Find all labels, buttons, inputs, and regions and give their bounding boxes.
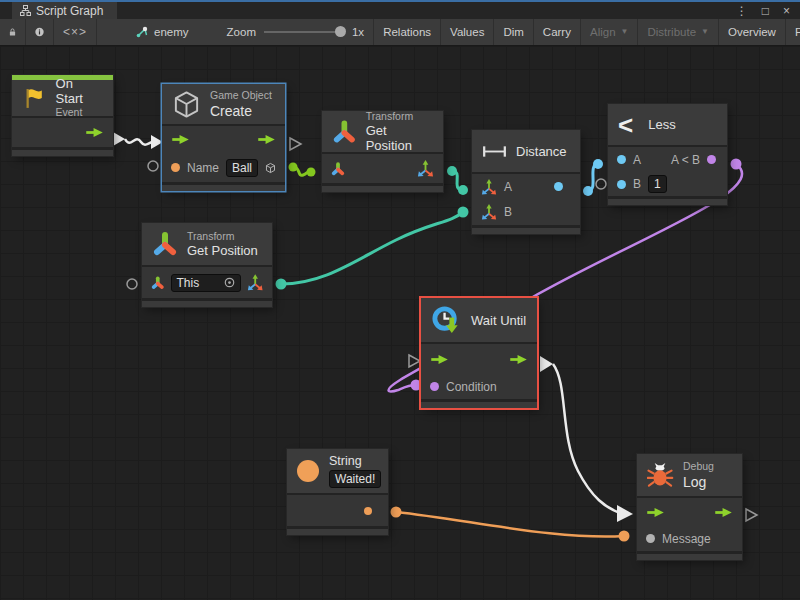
node-title: Get Position [187,243,258,258]
lock-icon [9,25,16,39]
node-less[interactable]: < Less A A < B B 1 [608,104,727,205]
flag-icon [22,86,47,110]
node-footer [637,551,742,560]
zoom-slider[interactable] [264,31,342,33]
string-input-port[interactable] [171,163,180,172]
wire-vector-getposition-distance-b[interactable] [276,207,469,290]
number-output-port[interactable] [554,182,563,191]
number-input-port[interactable] [617,155,626,164]
vector3-output-port[interactable] [417,160,434,177]
distance-icon [482,144,507,159]
full-screen-button[interactable]: Full Screen [786,19,800,45]
transform-icon [332,119,357,145]
exec-output-port[interactable] [714,507,733,518]
empty-port-circle[interactable] [596,179,606,189]
target-value: This [177,276,200,290]
node-footer [608,196,727,205]
empty-port-circle[interactable] [127,279,137,289]
exec-output-port[interactable] [509,354,528,365]
window-controls: ⋮ □ × [736,2,800,19]
string-value-field[interactable]: Waited! [329,470,381,488]
string-output-port[interactable] [364,507,372,515]
node-footer [142,298,272,307]
b-value-field[interactable]: 1 [648,175,667,193]
zoom-label: Zoom [227,26,256,38]
port-label: Name [187,161,219,175]
wire-flow-onstart-create[interactable] [113,132,163,149]
graph-icon [134,26,148,39]
exec-input-port[interactable] [646,507,665,518]
chevron-down-icon: ▼ [701,27,709,36]
code-view-button[interactable]: <×> [54,19,97,45]
node-on-start[interactable]: On Start Event [12,75,113,156]
empty-port-triangle[interactable] [409,355,420,367]
node-string-literal[interactable]: String Waited! [287,449,388,535]
exec-input-port[interactable] [430,354,449,365]
overview-button[interactable]: Overview [719,19,786,45]
transform-input-port[interactable] [331,162,345,176]
wire-flow-waituntil-debuglog[interactable] [540,356,633,522]
port-label: Message [662,532,711,546]
less-icon: < [618,112,633,138]
info-button[interactable] [26,19,54,45]
full-screen-label: Full Screen [795,26,800,38]
graph-canvas[interactable]: On Start Event Game Object Creat [0,46,800,600]
maximize-icon[interactable]: □ [762,4,769,18]
target-value-field[interactable]: This [171,274,241,292]
unity-visual-scripting-window: Script Graph ⋮ □ × <×> [0,0,800,600]
vector3-output-port[interactable] [247,274,263,291]
node-footer [12,147,113,156]
wire-vector-getposition-distance-a[interactable] [447,166,468,195]
relations-label: Relations [383,26,431,38]
vector3-input-port[interactable] [481,204,497,220]
bool-input-port[interactable] [430,382,439,391]
empty-port-triangle[interactable] [290,138,301,150]
graph-reference[interactable]: enemy [125,19,198,45]
exec-output-port[interactable] [257,134,276,145]
cube-icon [172,90,201,119]
node-footer [421,399,537,408]
node-title: Log [683,474,714,490]
tab-script-graph[interactable]: Script Graph [12,2,117,19]
empty-port-circle[interactable] [148,161,158,171]
node-subtitle: Event [56,106,103,120]
node-category: Game Object [210,89,272,103]
zoom-slider-knob[interactable] [335,26,346,37]
vector3-input-port[interactable] [481,179,497,195]
carry-button[interactable]: Carry [534,19,581,45]
script-graph-icon [20,5,31,16]
transform-input-port[interactable] [151,276,165,290]
node-get-position-top[interactable]: Transform Get Position [322,111,443,192]
node-footer [472,225,580,234]
exec-input-port[interactable] [171,134,190,145]
align-button[interactable]: Align▼ [581,19,639,45]
align-label: Align [590,26,616,38]
zoom-value: 1x [352,26,364,38]
node-get-position-bottom[interactable]: Transform Get Position This [142,223,272,307]
empty-port-triangle[interactable] [746,509,757,521]
node-distance[interactable]: Distance A B [472,130,580,234]
node-footer [322,183,443,192]
bool-output-port[interactable] [707,155,716,164]
wire-string-string-debuglog[interactable] [391,507,630,542]
node-create-game-object[interactable]: Game Object Create Name Ball [162,84,285,191]
values-button[interactable]: Values [441,19,494,45]
dim-button[interactable]: Dim [494,19,533,45]
node-title: Wait Until [471,313,526,328]
lock-button[interactable] [0,19,26,45]
name-value-field[interactable]: Ball [226,159,258,177]
exec-output-port[interactable] [85,127,104,138]
port-label: Condition [446,380,497,394]
node-debug-log[interactable]: Debug Log Message [637,454,742,560]
wire-number-distance-less[interactable] [583,159,603,196]
wire-object-create-getposition[interactable] [289,163,316,177]
message-input-port[interactable] [646,534,655,543]
number-input-port[interactable] [617,180,626,189]
relations-button[interactable]: Relations [373,19,441,45]
object-picker-icon[interactable] [224,277,235,288]
distribute-button[interactable]: Distribute▼ [638,19,719,45]
menu-icon[interactable]: ⋮ [736,4,748,18]
close-icon[interactable]: × [783,4,790,18]
output-label: A < B [671,153,700,167]
node-wait-until[interactable]: Wait Until Condition [421,298,537,408]
